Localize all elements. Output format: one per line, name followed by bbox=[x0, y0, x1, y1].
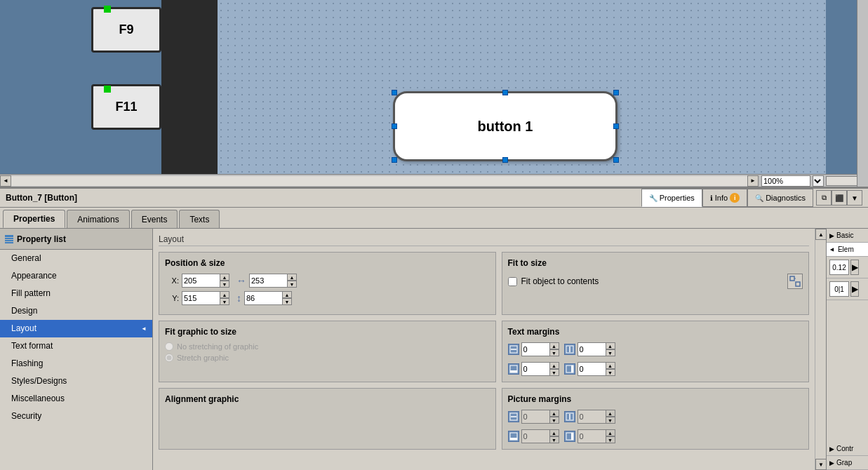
h-input[interactable] bbox=[244, 291, 282, 305]
x-spin-up[interactable]: ▲ bbox=[220, 274, 229, 281]
w-input[interactable] bbox=[249, 274, 287, 288]
tm3-down[interactable]: ▼ bbox=[549, 369, 559, 376]
y-spin-up[interactable]: ▲ bbox=[220, 291, 229, 298]
sidebar-item-design[interactable]: Design bbox=[0, 302, 152, 320]
text-margin-3-wrap[interactable]: ▲ ▼ bbox=[521, 362, 559, 376]
sidebar-item-misc[interactable]: Miscellaneous bbox=[0, 390, 152, 408]
button1-widget[interactable]: button 1 bbox=[393, 91, 617, 161]
panel-copy-btn[interactable]: ⧉ bbox=[816, 190, 832, 206]
fit-icon-btn[interactable] bbox=[787, 274, 803, 289]
panel-menu-btn[interactable]: ▼ bbox=[847, 190, 862, 206]
f9-button[interactable]: F9 bbox=[91, 7, 161, 53]
tab-properties-right[interactable]: 🔧 Properties bbox=[641, 189, 702, 207]
tm4-spin[interactable]: ▲ ▼ bbox=[606, 362, 615, 376]
pic-margin-4[interactable] bbox=[577, 429, 606, 443]
num2-btn[interactable]: ▶ bbox=[850, 281, 859, 297]
sidebar-security-label: Security bbox=[11, 411, 41, 421]
green-dot-top bbox=[104, 6, 111, 13]
sidebar-item-flashing[interactable]: Flashing bbox=[0, 355, 152, 372]
sidebar-item-appearance[interactable]: Appearance bbox=[0, 267, 152, 285]
h-input-wrap[interactable]: ▲ ▼ bbox=[244, 291, 292, 305]
far-right-num1: 0.12 ▶ bbox=[827, 257, 868, 278]
pic-margin-3-wrap[interactable]: ▲ ▼ bbox=[521, 429, 559, 443]
hscroll-right[interactable]: ► bbox=[747, 175, 759, 187]
pic-margin-1-wrap[interactable]: ▲ ▼ bbox=[521, 410, 559, 424]
tab-animations[interactable]: Animations bbox=[67, 210, 129, 228]
w-spin-btns[interactable]: ▲ ▼ bbox=[287, 274, 297, 288]
tm2-down[interactable]: ▼ bbox=[606, 349, 615, 356]
y-spin-btns[interactable]: ▲ ▼ bbox=[220, 291, 229, 305]
y-spin-down[interactable]: ▼ bbox=[220, 298, 229, 305]
text-margin-1[interactable] bbox=[521, 342, 549, 356]
sidebar-item-layout[interactable]: Layout ◄ bbox=[0, 320, 152, 337]
fit-checkbox[interactable] bbox=[508, 277, 517, 286]
w-input-wrap[interactable]: ▲ ▼ bbox=[249, 274, 297, 288]
radio-no-stretch-input[interactable] bbox=[165, 342, 173, 351]
x-input-wrap[interactable]: ▲ ▼ bbox=[182, 274, 229, 288]
alignment-graphic-title: Alignment graphic bbox=[165, 394, 490, 404]
tm3-up[interactable]: ▲ bbox=[549, 362, 559, 369]
text-margin-4[interactable] bbox=[577, 362, 606, 376]
x-spin-btns[interactable]: ▲ ▼ bbox=[220, 274, 229, 288]
sidebar-item-general[interactable]: General bbox=[0, 250, 152, 267]
tm2-spin[interactable]: ▲ ▼ bbox=[606, 342, 615, 356]
sidebar-item-stylesdesigns[interactable]: Styles/Designs bbox=[0, 372, 152, 390]
tab-diagnostics-right[interactable]: 🔍 Diagnostics bbox=[747, 189, 813, 207]
tab-properties[interactable]: Properties bbox=[3, 210, 65, 228]
vscroll-up[interactable]: ▲ bbox=[815, 229, 827, 240]
tm1-down[interactable]: ▼ bbox=[549, 349, 559, 356]
tab-info-right[interactable]: ℹ Info i bbox=[702, 189, 747, 207]
y-input-wrap[interactable]: ▲ ▼ bbox=[182, 291, 229, 305]
pm1-spin: ▲ ▼ bbox=[549, 410, 559, 424]
text-margin-3[interactable] bbox=[521, 362, 549, 376]
hscroll-left[interactable]: ◄ bbox=[0, 175, 11, 187]
sidebar-item-fill[interactable]: Fill pattern bbox=[0, 285, 152, 302]
tm2-up[interactable]: ▲ bbox=[606, 342, 615, 349]
x-spin-down[interactable]: ▼ bbox=[220, 281, 229, 288]
pic-margin-2[interactable] bbox=[577, 410, 606, 424]
pic-margin-2-wrap[interactable]: ▲ ▼ bbox=[577, 410, 615, 424]
num1-btn[interactable]: ▶ bbox=[850, 260, 859, 275]
text-margins-box: Text margins ▲ ▼ bbox=[502, 321, 809, 382]
canvas-hscroll[interactable]: ◄ ► bbox=[0, 174, 868, 187]
text-margin-4-wrap[interactable]: ▲ ▼ bbox=[577, 362, 615, 376]
zoom-control[interactable] bbox=[761, 175, 868, 187]
text-margin-1-wrap[interactable]: ▲ ▼ bbox=[521, 342, 559, 356]
main-panel-vscroll[interactable]: ▲ ▼ bbox=[815, 229, 826, 470]
vscroll-down[interactable]: ▼ bbox=[815, 459, 827, 470]
hscroll-track[interactable] bbox=[11, 176, 747, 186]
zoom-input[interactable] bbox=[761, 175, 810, 187]
tm4-up[interactable]: ▲ bbox=[606, 362, 615, 369]
far-right-contr[interactable]: ▶ Contr bbox=[827, 442, 868, 456]
tm1-spin[interactable]: ▲ ▼ bbox=[549, 342, 559, 356]
canvas-vscroll[interactable] bbox=[857, 0, 868, 187]
f11-button[interactable]: F11 bbox=[91, 84, 161, 130]
far-right-elem[interactable]: ▼ Elem bbox=[827, 243, 868, 257]
h-spin-down[interactable]: ▼ bbox=[282, 298, 292, 305]
text-margin-2[interactable] bbox=[577, 342, 606, 356]
tm1-up[interactable]: ▲ bbox=[549, 342, 559, 349]
far-right-basic[interactable]: ▶ Basic bbox=[827, 229, 868, 243]
radio-stretch-input[interactable] bbox=[165, 354, 173, 362]
pic-margin-1[interactable] bbox=[521, 410, 549, 424]
tm3-spin[interactable]: ▲ ▼ bbox=[549, 362, 559, 376]
tab-texts[interactable]: Texts bbox=[179, 210, 220, 228]
far-right-grap[interactable]: ▶ Grap bbox=[827, 456, 868, 470]
vscroll-track[interactable] bbox=[815, 240, 826, 459]
zoom-select[interactable] bbox=[813, 175, 824, 187]
pic-margin-4-wrap[interactable]: ▲ ▼ bbox=[577, 429, 615, 443]
h-spin-btns[interactable]: ▲ ▼ bbox=[282, 291, 292, 305]
panel-detach-btn[interactable]: ⬛ bbox=[832, 190, 847, 206]
y-input[interactable] bbox=[182, 291, 220, 305]
tm4-down[interactable]: ▼ bbox=[606, 369, 615, 376]
w-spin-down[interactable]: ▼ bbox=[287, 281, 297, 288]
tab-events[interactable]: Events bbox=[131, 210, 178, 228]
x-input[interactable] bbox=[182, 274, 220, 288]
pic-margin-3[interactable] bbox=[521, 429, 549, 443]
w-spin-up[interactable]: ▲ bbox=[287, 274, 297, 281]
sidebar-item-textformat[interactable]: Text format bbox=[0, 337, 152, 355]
h-spin-up[interactable]: ▲ bbox=[282, 291, 292, 298]
text-margin-2-wrap[interactable]: ▲ ▼ bbox=[577, 342, 615, 356]
sidebar-item-security[interactable]: Security bbox=[0, 408, 152, 425]
fit-check-row[interactable]: Fit object to contents bbox=[508, 274, 803, 289]
